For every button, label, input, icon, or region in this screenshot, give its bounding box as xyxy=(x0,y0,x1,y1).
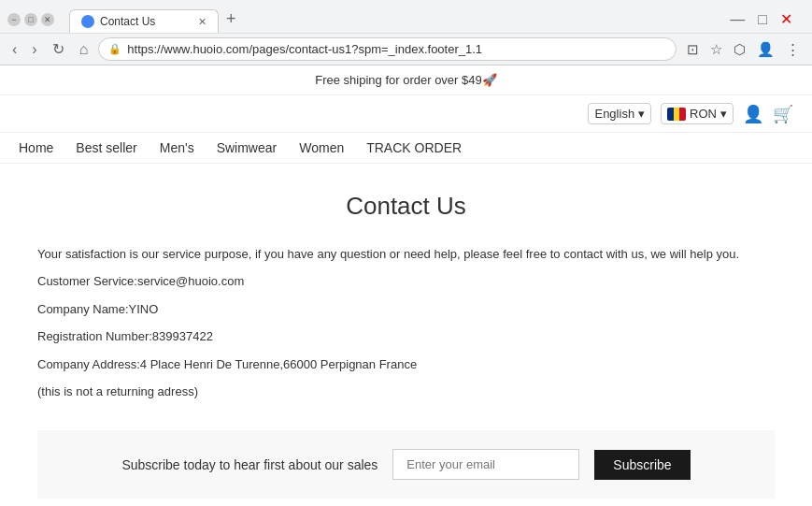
currency-label: RON xyxy=(690,107,717,121)
cast-icon[interactable]: ⊡ xyxy=(682,38,704,61)
window-controls[interactable]: − □ ✕ xyxy=(7,13,54,26)
tab-favicon xyxy=(81,15,94,28)
back-button[interactable]: ‹ xyxy=(7,38,21,61)
window-minimize-icon[interactable]: — xyxy=(725,7,749,31)
email-input[interactable] xyxy=(392,449,579,480)
active-tab[interactable]: Contact Us ✕ xyxy=(69,9,219,33)
home-button[interactable]: ⌂ xyxy=(75,38,93,61)
forward-button[interactable]: › xyxy=(27,38,41,61)
close-button[interactable]: ✕ xyxy=(41,13,54,26)
contact-line-4: Company Address:4 Place Henri De Turenne… xyxy=(37,354,775,375)
header-right: English ▾ RON ▾ 👤 🛒 xyxy=(588,103,793,124)
currency-chevron: ▾ xyxy=(720,107,727,121)
currency-selector[interactable]: RON ▾ xyxy=(661,103,734,124)
language-label: English xyxy=(594,107,634,121)
maximize-button[interactable]: □ xyxy=(24,13,37,26)
nav-item-best-seller[interactable]: Best seller xyxy=(76,140,136,155)
tab-bar: Contact Us ✕ + xyxy=(62,6,251,33)
url-display: https://www.huoio.com/pages/contact-us1?… xyxy=(127,42,666,56)
nav-item-mens[interactable]: Men's xyxy=(160,140,194,155)
refresh-button[interactable]: ↻ xyxy=(48,37,69,61)
language-chevron: ▾ xyxy=(638,107,645,121)
subscribe-text: Subscribe today to hear first about our … xyxy=(121,457,378,472)
toolbar-actions: ⊡ ☆ ⬡ 👤 ⋮ xyxy=(682,38,805,61)
nav-item-swimwear[interactable]: Swimwear xyxy=(217,140,278,155)
subscribe-section: Subscribe today to hear first about our … xyxy=(37,430,775,499)
romania-flag xyxy=(667,108,686,121)
tab-close-icon[interactable]: ✕ xyxy=(198,16,207,28)
profile-icon[interactable]: 👤 xyxy=(752,38,779,61)
site-nav: Home Best seller Men's Swimwear Women TR… xyxy=(0,133,812,164)
contact-line-2: Company Name:YINO xyxy=(37,298,775,320)
contact-line-5: (this is not a returning adress) xyxy=(37,381,775,402)
bookmark-icon[interactable]: ☆ xyxy=(705,38,727,61)
site-wrapper: Free shiping for order over $49🚀 English… xyxy=(0,65,812,506)
language-selector[interactable]: English ▾ xyxy=(588,103,651,124)
page-title: Contact Us xyxy=(37,192,775,221)
window-maximize-icon[interactable]: □ xyxy=(753,7,772,31)
site-header: English ▾ RON ▾ 👤 🛒 xyxy=(0,95,812,133)
contact-line-0: Your satisfaction is our service purpose… xyxy=(37,243,775,265)
cart-icon[interactable]: 🛒 xyxy=(773,104,793,124)
browser-titlebar: − □ ✕ Contact Us ✕ + — □ ✕ xyxy=(0,0,812,33)
announcement-bar: Free shiping for order over $49🚀 xyxy=(0,65,812,95)
nav-item-home[interactable]: Home xyxy=(19,140,53,155)
nav-item-women[interactable]: Women xyxy=(299,140,344,155)
contact-info: Your satisfaction is our service purpose… xyxy=(37,243,775,402)
subscribe-button[interactable]: Subscribe xyxy=(594,450,690,480)
contact-line-3: Registration Number:839937422 xyxy=(37,325,775,347)
extensions-icon[interactable]: ⬡ xyxy=(729,38,750,61)
main-content: Contact Us Your satisfaction is our serv… xyxy=(0,164,812,506)
address-bar[interactable]: 🔒 https://www.huoio.com/pages/contact-us… xyxy=(98,37,677,61)
secure-icon: 🔒 xyxy=(108,43,121,55)
browser-chrome: − □ ✕ Contact Us ✕ + — □ ✕ ‹ › ↻ ⌂ 🔒 htt… xyxy=(0,0,812,65)
nav-item-track-order[interactable]: TRACK ORDER xyxy=(366,140,462,155)
contact-line-1: Customer Service:service@huoio.com xyxy=(37,270,775,292)
menu-icon[interactable]: ⋮ xyxy=(781,38,805,61)
announcement-text: Free shiping for order over $49🚀 xyxy=(315,73,496,87)
window-close-icon[interactable]: ✕ xyxy=(776,7,797,31)
minimize-button[interactable]: − xyxy=(7,13,21,26)
tab-title: Contact Us xyxy=(100,15,155,28)
account-icon[interactable]: 👤 xyxy=(743,104,763,124)
browser-toolbar: ‹ › ↻ ⌂ 🔒 https://www.huoio.com/pages/co… xyxy=(0,33,812,65)
new-tab-button[interactable]: + xyxy=(219,6,244,33)
